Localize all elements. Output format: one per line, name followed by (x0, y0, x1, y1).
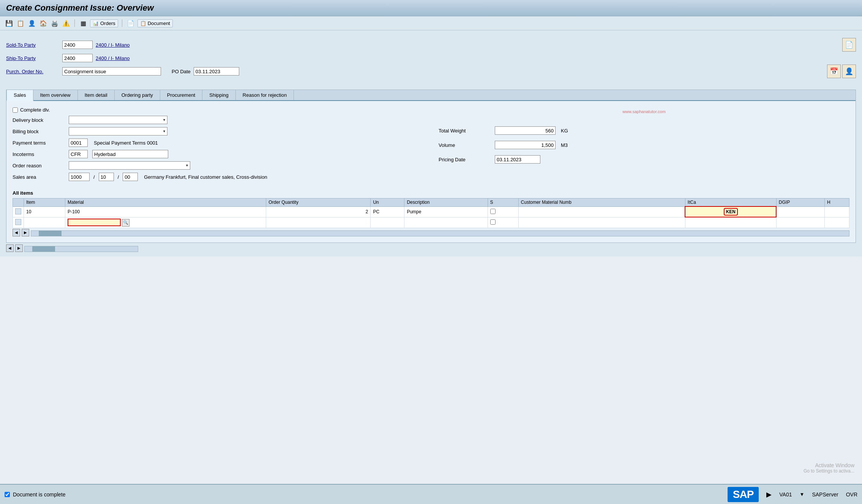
col-un[interactable]: Un (371, 198, 404, 207)
tab-item-overview[interactable]: Item overview (33, 90, 78, 100)
sales-area-input3[interactable] (123, 173, 138, 181)
table-scroll-nav: ◀ ▶ (13, 229, 849, 236)
scroll-right-btn[interactable]: ▶ (22, 229, 29, 236)
orders-button[interactable]: 📊 Orders (90, 19, 118, 27)
sold-to-label[interactable]: Sold-To Party (6, 42, 59, 48)
volume-input[interactable] (495, 141, 556, 149)
person-icon[interactable]: 👤 (27, 19, 36, 28)
scroll-left-btn[interactable]: ◀ (13, 229, 20, 236)
tab-shipping[interactable]: Shipping (202, 90, 236, 100)
main-scrollbar-thumb[interactable] (32, 246, 55, 252)
total-weight-input[interactable] (495, 126, 556, 135)
main-scroll-nav: ◀ ▶ (6, 244, 856, 252)
order-reason-select[interactable] (69, 161, 190, 170)
material-search-button[interactable]: 🔍 (122, 219, 129, 227)
tab-sales[interactable]: Sales (6, 90, 33, 101)
scrollbar-thumb[interactable] (39, 231, 62, 236)
delivery-block-select[interactable] (69, 116, 167, 124)
sales-area-input1[interactable] (69, 173, 90, 181)
document-complete-checkbox[interactable] (5, 492, 10, 497)
po-date-label: PO Date (172, 69, 191, 74)
billing-block-row: Billing block (13, 127, 423, 135)
status-bar: Document is complete SAP ▶ VA01 ▼ SAPSer… (0, 484, 862, 504)
complete-dlv-label[interactable]: Complete dlv. (13, 107, 50, 113)
ship-to-input[interactable] (62, 54, 93, 62)
incoterms-desc-input[interactable] (92, 150, 168, 158)
complete-dlv-checkbox[interactable] (13, 107, 18, 113)
orders-icon: 📊 (93, 20, 99, 26)
table-row-empty: 🔍 (13, 217, 849, 228)
items-table: Item Material Order Quantity Un Descript… (13, 198, 849, 228)
grid-icon[interactable]: ▦ (79, 19, 88, 28)
sales-area-input2[interactable] (99, 173, 114, 181)
s-checkbox-2[interactable] (490, 219, 496, 225)
tab-procurement[interactable]: Procurement (160, 90, 202, 100)
incoterms-code-input[interactable] (69, 150, 88, 158)
home-icon[interactable]: 🏠 (39, 19, 48, 28)
col-description[interactable]: Description (404, 198, 488, 207)
col-order-qty[interactable]: Order Quantity (266, 198, 371, 207)
col-item[interactable]: Item (24, 198, 65, 207)
row-selector-2[interactable] (15, 219, 21, 225)
material-cell: P-100 (65, 206, 266, 217)
payment-terms-row: Payment terms Special Payment Terms 0001 (13, 139, 423, 147)
col-dgip[interactable]: DGIP (776, 198, 824, 207)
complete-dlv-row: Complete dlv. (13, 107, 423, 113)
status-left: Document is complete (5, 491, 66, 498)
copy-icon[interactable]: 📋 (16, 19, 25, 28)
sold-to-desc[interactable]: 2400 / I- Milano (96, 42, 130, 48)
col-customer-material[interactable]: Customer Material Numb (518, 198, 685, 207)
ship-to-row: Ship-To Party 2400 / I- Milano (6, 54, 856, 62)
payment-terms-input[interactable] (69, 139, 88, 147)
row-selector[interactable] (15, 208, 21, 214)
main-horizontal-scrollbar[interactable] (24, 246, 138, 252)
toolbar: 💾 📋 👤 🏠 🖨️ ⚠️ ▦ 📊 Orders 📄 📋 Document (0, 16, 862, 30)
warning-icon[interactable]: ⚠️ (62, 19, 71, 28)
activate-window-text: Activate Window (804, 462, 854, 468)
main-scroll-left[interactable]: ◀ (6, 244, 14, 252)
tab-ordering-party[interactable]: Ordering party (115, 90, 160, 100)
document-button[interactable]: 📋 Document (137, 19, 173, 27)
sap-logo: SAP (728, 487, 759, 502)
person2-icon-btn[interactable]: 👤 (842, 65, 856, 78)
nav-prev-icon[interactable]: ▶ (766, 490, 772, 499)
col-selector (13, 198, 24, 207)
save-icon[interactable]: 💾 (5, 19, 14, 28)
col-s[interactable]: S (488, 198, 518, 207)
row-selector-cell (13, 206, 24, 217)
order-reason-label: Order reason (13, 163, 66, 169)
po-date-input[interactable] (194, 67, 239, 76)
new-material-input[interactable] (68, 219, 121, 226)
payment-terms-label: Payment terms (13, 140, 66, 146)
sold-to-input[interactable] (62, 41, 93, 49)
s-checkbox-1[interactable] (490, 209, 496, 214)
ship-to-desc[interactable]: 2400 / I- Milano (96, 55, 130, 61)
dgip-cell (776, 206, 824, 217)
ken-badge: KEN (724, 208, 738, 216)
ship-to-label[interactable]: Ship-To Party (6, 55, 59, 61)
main-scroll-right[interactable]: ▶ (15, 244, 23, 252)
doc-icon[interactable]: 📄 (126, 19, 135, 28)
col-itca[interactable]: ItCa (685, 198, 776, 207)
calendar-icon-btn[interactable]: 📅 (827, 65, 841, 78)
empty-customer-material-cell (518, 217, 685, 228)
col-material[interactable]: Material (65, 198, 266, 207)
purch-order-label[interactable]: Purch. Order No. (6, 69, 59, 74)
pricing-date-input[interactable] (495, 155, 540, 164)
billing-block-select[interactable] (69, 127, 167, 135)
tab-item-detail[interactable]: Item detail (78, 90, 115, 100)
payment-terms-desc: Special Payment Terms 0001 (94, 140, 158, 146)
new-doc-icon-btn[interactable]: 📄 (842, 38, 856, 52)
tab-reason-rejection[interactable]: Reason for rejection (236, 90, 294, 100)
row-selector-cell-2 (13, 217, 24, 228)
table-header-row: Item Material Order Quantity Un Descript… (13, 198, 849, 207)
horizontal-scrollbar[interactable] (31, 230, 849, 236)
sales-area-row: Sales area / / Germany Frankfurt, Final … (13, 173, 423, 181)
dropdown-arrow[interactable]: ▼ (800, 491, 805, 497)
col-h[interactable]: H (824, 198, 849, 207)
purch-order-input[interactable] (62, 67, 161, 76)
print-icon[interactable]: 🖨️ (50, 19, 59, 28)
status-nav-group: ▶ (766, 490, 772, 499)
billing-block-label: Billing block (13, 129, 66, 134)
pricing-date-label: Pricing Date (439, 157, 492, 162)
